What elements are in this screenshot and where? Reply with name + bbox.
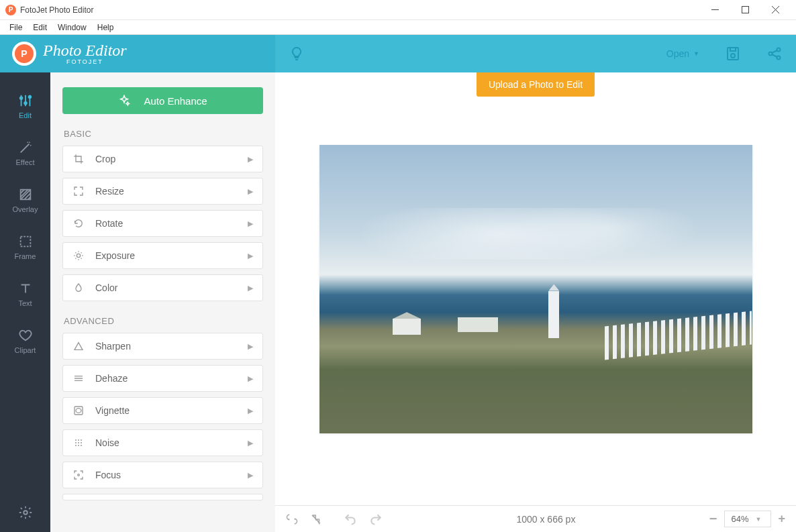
tool-row-overflow[interactable] xyxy=(62,494,263,500)
app-header: P Photo Editor FOTOJET Open ▼ xyxy=(0,35,796,72)
zoom-select[interactable]: 64% ▼ xyxy=(724,511,772,527)
svg-point-21 xyxy=(81,442,82,443)
tool-label: Sharpen xyxy=(95,341,248,352)
canvas-stage[interactable] xyxy=(275,72,796,505)
app-body: Edit Effect Overlay Frame Text Clipart xyxy=(0,72,796,532)
text-icon xyxy=(18,281,33,296)
tool-label: Dehaze xyxy=(95,373,248,384)
svg-point-3 xyxy=(731,54,735,58)
wand-icon xyxy=(18,140,33,155)
sidenav-item-frame[interactable]: Frame xyxy=(0,225,50,268)
tool-resize[interactable]: Resize ▶ xyxy=(62,178,263,205)
before-after-button[interactable] xyxy=(310,513,322,525)
tool-exposure[interactable]: Exposure ▶ xyxy=(62,242,263,269)
sidenav-label: Effect xyxy=(16,158,35,166)
menu-edit[interactable]: Edit xyxy=(28,21,52,34)
tool-sharpen[interactable]: Sharpen ▶ xyxy=(62,333,263,360)
sidenav-label: Overlay xyxy=(13,205,38,213)
svg-point-12 xyxy=(23,511,28,515)
sidenav-item-text[interactable]: Text xyxy=(0,272,50,315)
sidenav-label: Frame xyxy=(15,252,36,260)
open-button[interactable]: Open ▼ xyxy=(666,48,699,59)
undo-button[interactable] xyxy=(344,513,357,526)
chevron-right-icon: ▶ xyxy=(248,252,253,260)
gear-icon xyxy=(18,505,33,520)
window-title: FotoJet Photo Editor xyxy=(20,5,700,15)
tool-label: Crop xyxy=(95,154,248,164)
sidenav-item-clipart[interactable]: Clipart xyxy=(0,319,50,362)
tool-vignette[interactable]: Vignette ▶ xyxy=(62,397,263,424)
focus-icon xyxy=(72,470,85,480)
drop-icon xyxy=(72,282,85,293)
svg-rect-0 xyxy=(742,7,749,13)
chevron-right-icon: ▶ xyxy=(248,187,253,196)
svg-point-25 xyxy=(78,474,80,476)
tool-noise[interactable]: Noise ▶ xyxy=(62,429,263,456)
chevron-right-icon: ▶ xyxy=(248,284,253,292)
minimize-button[interactable] xyxy=(700,0,730,20)
lightbulb-button[interactable] xyxy=(289,46,305,62)
tool-crop[interactable]: Crop ▶ xyxy=(62,146,263,172)
brand-sub: FOTOJET xyxy=(43,58,127,65)
sidenav-item-effect[interactable]: Effect xyxy=(0,131,50,174)
tool-label: Color xyxy=(95,282,248,293)
tool-rotate[interactable]: Rotate ▶ xyxy=(62,210,263,237)
close-button[interactable] xyxy=(760,0,791,20)
menu-file[interactable]: File xyxy=(4,21,28,34)
before-after-icon xyxy=(310,513,322,525)
heart-icon xyxy=(18,328,33,343)
maximize-button[interactable] xyxy=(730,0,760,20)
compare-button[interactable] xyxy=(286,513,298,525)
settings-button[interactable] xyxy=(18,505,33,532)
svg-point-15 xyxy=(76,409,81,413)
svg-point-22 xyxy=(75,445,77,446)
share-button[interactable] xyxy=(766,46,783,62)
menu-window[interactable]: Window xyxy=(52,21,92,34)
svg-point-24 xyxy=(81,445,82,446)
sidenav: Edit Effect Overlay Frame Text Clipart xyxy=(0,72,50,532)
zoom-in-button[interactable]: + xyxy=(778,512,785,526)
sidenav-label: Text xyxy=(18,299,32,307)
chevron-right-icon: ▶ xyxy=(248,219,253,228)
auto-enhance-label: Auto Enhance xyxy=(144,95,207,107)
svg-point-13 xyxy=(77,254,80,257)
maximize-icon xyxy=(742,6,749,13)
sun-icon xyxy=(72,250,85,261)
app-icon: P xyxy=(5,5,16,15)
upload-tooltip: Upload a Photo to Edit xyxy=(477,72,595,97)
close-icon xyxy=(772,6,779,13)
brand: P Photo Editor FOTOJET xyxy=(0,35,275,72)
caret-down-icon: ▼ xyxy=(756,516,762,523)
expand-icon xyxy=(72,186,85,197)
photo-preview xyxy=(319,145,752,433)
svg-point-19 xyxy=(75,442,77,443)
sidenav-item-edit[interactable]: Edit xyxy=(0,85,50,127)
advanced-section-label: ADVANCED xyxy=(64,316,263,326)
compare-icon xyxy=(286,513,298,525)
svg-point-7 xyxy=(19,97,22,99)
redo-button[interactable] xyxy=(369,513,383,526)
chevron-right-icon: ▶ xyxy=(248,471,253,480)
zoom-out-button[interactable]: − xyxy=(709,511,717,527)
sidenav-label: Edit xyxy=(19,111,32,119)
menu-help[interactable]: Help xyxy=(92,21,119,34)
tool-color[interactable]: Color ▶ xyxy=(62,274,263,301)
lines-icon xyxy=(72,373,85,384)
svg-point-9 xyxy=(28,95,31,98)
auto-enhance-button[interactable]: Auto Enhance xyxy=(62,87,263,114)
crop-icon xyxy=(72,154,85,164)
lightbulb-icon xyxy=(289,46,305,62)
vignette-icon xyxy=(72,405,85,416)
brand-logo-icon: P xyxy=(12,42,36,66)
svg-rect-2 xyxy=(730,48,736,51)
chevron-right-icon: ▶ xyxy=(248,374,253,383)
tool-focus[interactable]: Focus ▶ xyxy=(62,462,263,488)
tool-label: Focus xyxy=(95,470,248,480)
save-button[interactable] xyxy=(725,46,741,62)
zoom-controls: − 64% ▼ + xyxy=(709,511,785,527)
edit-panel: Auto Enhance BASIC Crop ▶ Resize ▶ Rotat… xyxy=(50,72,275,532)
menubar: File Edit Window Help xyxy=(0,20,796,35)
sidenav-item-overlay[interactable]: Overlay xyxy=(0,178,50,221)
tool-dehaze[interactable]: Dehaze ▶ xyxy=(62,365,263,392)
sliders-icon xyxy=(18,93,33,108)
